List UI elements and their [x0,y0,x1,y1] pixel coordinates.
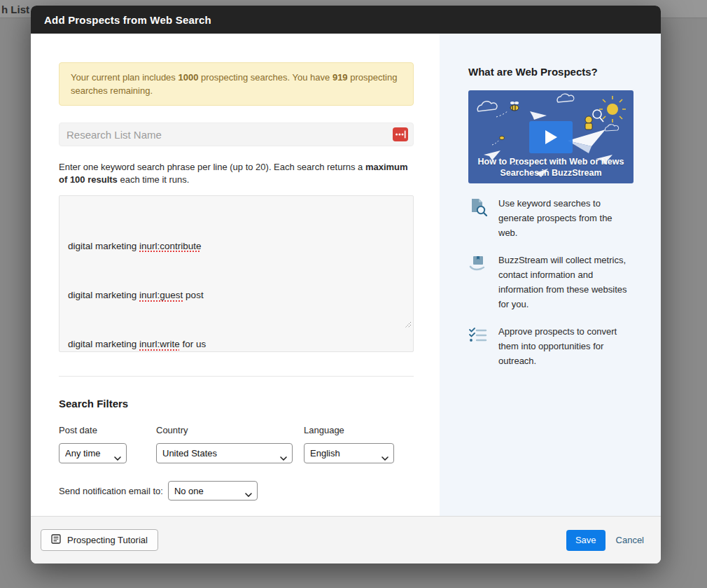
research-list-name-input[interactable] [59,122,414,146]
textarea-resize-handle[interactable] [373,301,412,350]
document-search-icon [468,196,487,240]
play-button-icon[interactable] [529,121,573,153]
hand-box-icon [468,253,487,312]
notification-email-select[interactable]: No one [168,481,258,500]
notification-email-label: Send notification email to: [59,486,163,496]
alert-total-searches: 1000 [178,72,198,83]
keyword-search-textarea[interactable]: digital marketing inurl:contribute digit… [59,195,414,352]
language-filter: Language English [304,425,394,463]
prospecting-tutorial-label: Prospecting Tutorial [67,535,148,545]
modal-footer: Prospecting Tutorial Save Cancel [31,516,661,564]
post-date-filter: Post date Any time [59,425,127,463]
sidebar-bullet: Approve prospects to convert them into o… [468,324,634,368]
post-date-label: Post date [59,425,127,435]
main-pane: Your current plan includes 1000 prospect… [31,34,440,516]
language-select[interactable]: English [304,443,394,463]
cancel-link[interactable]: Cancel [616,535,644,545]
keyword-line: digital marketing inurl:contribute [68,238,405,254]
page-backdrop: h List Add Prospects from Web Search You… [0,0,707,588]
language-label: Language [304,425,394,435]
checklist-icon [468,324,487,368]
add-prospects-modal: Add Prospects from Web Search Your curre… [31,6,661,564]
tutorial-video-thumbnail[interactable]: How to Prospect with Web or News Searche… [468,90,634,183]
alert-text: Your current plan includes [71,72,178,83]
autofill-extension-icon[interactable] [393,127,408,141]
book-icon [51,534,61,546]
search-filters-heading: Search Filters [59,398,414,410]
background-page-title: h List [1,4,29,15]
video-caption: How to Prospect with Web or News Searche… [468,156,634,178]
save-button[interactable]: Save [566,530,606,551]
modal-header: Add Prospects from Web Search [31,6,661,34]
country-select[interactable]: United States [156,443,293,463]
plan-usage-alert: Your current plan includes 1000 prospect… [59,62,414,106]
modal-title: Add Prospects from Web Search [44,14,211,26]
prospecting-tutorial-button[interactable]: Prospecting Tutorial [41,529,158,551]
footer-actions: Save Cancel [566,530,644,551]
keyword-line: digital marketing inurl:guest post [68,287,405,303]
country-label: Country [156,425,293,435]
sidebar-heading: What are Web Prospects? [468,66,634,78]
filters-row: Post date Any time Country [59,425,414,463]
sidebar-bullet: Use keyword searches to generate prospec… [468,196,634,240]
bullet-text: Approve prospects to convert them into o… [498,324,634,368]
modal-body: Your current plan includes 1000 prospect… [31,34,661,516]
country-filter: Country United States [156,425,293,463]
keyword-instructions: Enter one keyword search phrase per line… [59,161,411,186]
bullet-text: BuzzStream will collect metrics, contact… [498,253,634,312]
post-date-select[interactable]: Any time [59,443,127,463]
notification-email-row: Send notification email to: No one [59,481,414,500]
research-list-name-field [59,122,414,146]
bullet-text: Use keyword searches to generate prospec… [498,196,634,240]
alert-remaining-searches: 919 [332,72,348,83]
info-sidebar: What are Web Prospects? [440,34,661,516]
sidebar-bullet: BuzzStream will collect metrics, contact… [468,253,634,312]
keyword-line: digital marketing inurl:write for us [68,336,405,352]
section-divider [59,376,414,377]
